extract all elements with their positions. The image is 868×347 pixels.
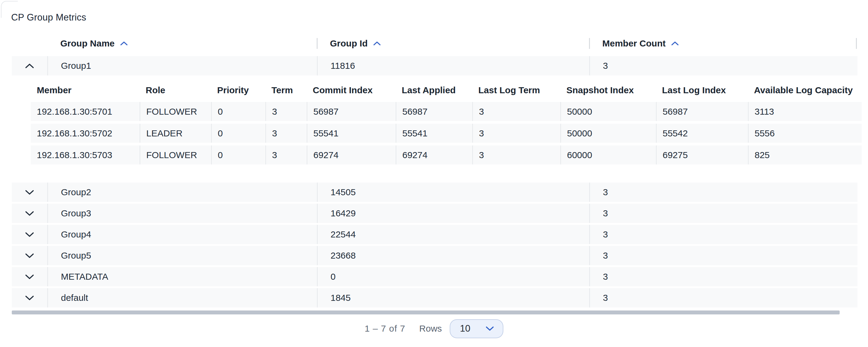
group-id-cell: 23668 [317, 246, 589, 265]
group-name-cell: Group2 [48, 182, 317, 202]
member-cell: 3 [472, 124, 560, 143]
member-cell: 56987 [396, 102, 472, 121]
group-name-cell: Group3 [48, 204, 317, 223]
group-name-cell: Group1 [48, 56, 317, 76]
member-cell: 192.168.1.30:5703 [31, 145, 140, 165]
member-cell: FOLLOWER [140, 145, 211, 165]
member-cell: 56987 [307, 102, 396, 121]
member-cell: 56987 [656, 102, 748, 121]
member-cell: 0 [211, 145, 266, 165]
member-cell: 3113 [748, 102, 862, 121]
member-cell: 69275 [656, 145, 748, 165]
column-header-label: Group Id [330, 38, 368, 49]
member-row: 192.168.1.30:5701FOLLOWER035698756987350… [31, 102, 862, 121]
group-row[interactable]: Group3 16429 3 [12, 204, 858, 223]
expand-row-chevron-down-icon[interactable] [25, 274, 34, 280]
column-header-label: Group Name [60, 38, 115, 49]
group-name-cell: METADATA [48, 267, 317, 286]
member-row: 192.168.1.30:5703FOLLOWER036927469274360… [31, 145, 862, 165]
page-title: CP Group Metrics [11, 12, 86, 23]
group-row[interactable]: default 1845 3 [12, 288, 858, 308]
group-id-cell: 1845 [317, 288, 589, 308]
sort-ascending-icon[interactable] [671, 41, 679, 46]
rows-per-page-label: Rows [419, 323, 442, 334]
collapse-row-chevron-up-icon[interactable] [25, 63, 34, 69]
group-id-cell: 22544 [317, 225, 589, 244]
member-column-header: Role [140, 85, 211, 95]
next-column-separator [856, 38, 857, 49]
column-header-member-count[interactable]: Member Count [589, 35, 858, 52]
group-row[interactable]: Group4 22544 3 [12, 225, 858, 244]
member-cell: 825 [748, 145, 862, 165]
group-id-cell: 11816 [317, 56, 589, 76]
group-id-cell: 16429 [317, 204, 589, 223]
member-count-cell: 3 [589, 182, 858, 202]
group-row[interactable]: METADATA 0 3 [12, 267, 858, 286]
member-cell: FOLLOWER [140, 102, 211, 121]
pagination-bar: 1 – 7 of 7 Rows 10 [0, 319, 868, 339]
member-column-header: Available Log Capacity [748, 85, 862, 95]
member-column-header: Last Log Index [656, 85, 748, 95]
group-id-cell: 14505 [317, 182, 589, 202]
member-cell: 69274 [396, 145, 472, 165]
member-cell: 50000 [560, 102, 656, 121]
member-row: 192.168.1.30:5702LEADER03555415554135000… [31, 124, 862, 143]
expand-row-chevron-down-icon[interactable] [25, 232, 34, 237]
member-cell: 192.168.1.30:5701 [31, 102, 140, 121]
member-cell: 60000 [560, 145, 656, 165]
member-column-header: Snapshot Index [560, 85, 656, 95]
column-header-group-name[interactable]: Group Name [48, 35, 317, 52]
rows-per-page-value: 10 [460, 323, 470, 334]
member-column-header: Last Applied [396, 85, 472, 95]
expand-row-chevron-down-icon[interactable] [25, 211, 34, 216]
member-count-cell: 3 [589, 288, 858, 308]
member-cell: 69274 [307, 145, 396, 165]
member-column-header: Last Log Term [472, 85, 560, 95]
group-row[interactable]: Group5 23668 3 [12, 246, 858, 265]
group-name-cell: Group4 [48, 225, 317, 244]
group-members-detail: MemberRolePriorityTermCommit IndexLast A… [31, 79, 862, 165]
member-cell: 192.168.1.30:5702 [31, 124, 140, 143]
group-row-expanded[interactable]: Group1 11816 3 [12, 56, 858, 76]
member-cell: 0 [211, 102, 266, 121]
rows-per-page-select[interactable]: 10 [450, 319, 503, 338]
group-row[interactable]: Group2 14505 3 [12, 182, 858, 202]
group-name-cell: default [48, 288, 317, 308]
member-cell: 3 [266, 145, 307, 165]
group-id-cell: 0 [317, 267, 589, 286]
sort-ascending-icon[interactable] [373, 41, 381, 46]
expand-row-chevron-down-icon[interactable] [25, 295, 34, 301]
member-cell: 3 [472, 145, 560, 165]
group-name-cell: Group5 [48, 246, 317, 265]
member-cell: 55542 [656, 124, 748, 143]
member-cell: 0 [211, 124, 266, 143]
member-column-header: Commit Index [307, 85, 396, 95]
member-count-cell: 3 [589, 204, 858, 223]
horizontal-scrollbar-thumb[interactable] [12, 311, 840, 314]
member-cell: LEADER [140, 124, 211, 143]
member-cell: 3 [266, 124, 307, 143]
member-count-cell: 3 [589, 246, 858, 265]
member-cell: 55541 [307, 124, 396, 143]
member-column-header: Term [266, 85, 307, 95]
member-count-cell: 3 [589, 56, 858, 76]
table-header-row: Group Name Group Id Member Count [12, 35, 858, 52]
expand-row-chevron-down-icon[interactable] [25, 190, 34, 195]
member-rows: 192.168.1.30:5701FOLLOWER035698756987350… [31, 102, 862, 165]
member-cell: 3 [266, 102, 307, 121]
member-table-header-row: MemberRolePriorityTermCommit IndexLast A… [31, 79, 862, 102]
member-cell: 5556 [748, 124, 862, 143]
sort-ascending-icon[interactable] [120, 41, 128, 46]
member-cell: 3 [472, 102, 560, 121]
member-column-header: Priority [211, 85, 266, 95]
expand-row-chevron-down-icon[interactable] [25, 253, 34, 259]
column-header-label: Member Count [602, 38, 665, 49]
member-cell: 50000 [560, 124, 656, 143]
select-chevron-down-icon [485, 326, 494, 331]
member-column-header: Member [31, 85, 140, 95]
member-cell: 55541 [396, 124, 472, 143]
column-header-group-id[interactable]: Group Id [317, 35, 589, 52]
pagination-range-label: 1 – 7 of 7 [365, 323, 405, 334]
collapsed-group-rows: Group2 14505 3 Group3 16429 3 Group4 225… [12, 182, 858, 308]
member-count-cell: 3 [589, 267, 858, 286]
